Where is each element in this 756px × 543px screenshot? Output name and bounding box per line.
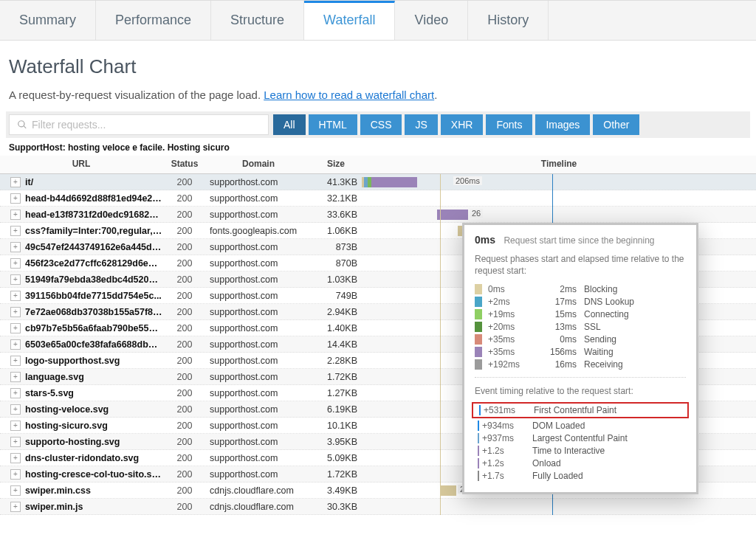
- table-row[interactable]: +it/200supporthost.com41.3KB206ms: [0, 174, 756, 190]
- cell-status: 200: [162, 372, 207, 382]
- table-row[interactable]: +head-b44d6692d88f81ed94e26f...200suppor…: [0, 190, 756, 207]
- page-subtitle: A request-by-request visualization of th…: [0, 86, 756, 111]
- cell-status: 200: [162, 469, 207, 480]
- tab-video[interactable]: Video: [395, 1, 468, 40]
- cell-url: 49c547ef2443749162e6a445d0...: [25, 242, 162, 252]
- phase-duration: 15ms: [538, 309, 577, 319]
- tooltip-separator: [475, 377, 686, 378]
- phase-duration: 0ms: [538, 334, 577, 345]
- expand-icon[interactable]: +: [10, 258, 21, 269]
- filter-images[interactable]: Images: [535, 114, 590, 135]
- tab-structure[interactable]: Structure: [211, 1, 304, 40]
- expand-icon[interactable]: +: [10, 193, 21, 204]
- filter-all[interactable]: All: [273, 114, 306, 135]
- expand-icon[interactable]: +: [10, 469, 21, 480]
- phase-row: +2ms17msDNS Lookup: [475, 297, 686, 307]
- expand-icon[interactable]: +: [10, 421, 21, 431]
- phase-name: Blocking: [584, 284, 617, 294]
- cell-size: 1.06KB: [310, 226, 362, 236]
- expand-icon[interactable]: +: [10, 404, 21, 415]
- duration-label: 26: [470, 209, 483, 218]
- filter-other[interactable]: Other: [593, 114, 639, 135]
- cell-size: 749B: [310, 291, 362, 301]
- cell-domain: supporthost.com: [207, 437, 310, 447]
- cell-url: 51949fa79ebda38edbc4d5209c...: [25, 274, 162, 285]
- table-row[interactable]: +head-e13f8731f2d0edc916822b...200suppor…: [0, 207, 756, 223]
- learn-link[interactable]: Learn how to read a waterfall chart: [264, 89, 434, 101]
- search-input-wrap[interactable]: [9, 114, 269, 135]
- phase-swatch: [475, 322, 482, 332]
- expand-icon[interactable]: +: [10, 453, 21, 463]
- cell-url: supporto-hosting.svg: [25, 437, 162, 447]
- cell-domain: supporthost.com: [207, 421, 310, 431]
- phase-offset: +2ms: [488, 297, 538, 307]
- expand-icon[interactable]: +: [10, 210, 21, 220]
- event-offset: +934ms: [482, 421, 532, 431]
- event-highlight: +531msFirst Contentful Paint: [472, 402, 689, 418]
- cell-status: 200: [162, 356, 207, 366]
- cell-size: 30.3KB: [310, 502, 362, 512]
- filter-js[interactable]: JS: [405, 114, 437, 135]
- expand-icon[interactable]: +: [10, 274, 21, 285]
- expand-icon[interactable]: +: [10, 388, 21, 398]
- cell-url: 7e72ae068db37038b155a57f8b...: [25, 307, 162, 317]
- cell-status: 200: [162, 291, 207, 301]
- cell-size: 1.40KB: [310, 323, 362, 333]
- timing-bar: [440, 485, 456, 496]
- cell-size: 41.3KB: [310, 177, 362, 187]
- cell-url: it/: [25, 177, 162, 187]
- phase-swatch: [475, 309, 482, 319]
- cell-domain: supporthost.com: [207, 404, 310, 415]
- cell-domain: supporthost.com: [207, 388, 310, 398]
- cell-url: stars-5.svg: [25, 388, 162, 398]
- filter-css[interactable]: CSS: [360, 114, 402, 135]
- tab-summary[interactable]: Summary: [0, 1, 96, 40]
- event-bar: [478, 458, 479, 468]
- tab-history[interactable]: History: [468, 1, 549, 40]
- table-row[interactable]: +swiper.min.js200cdnjs.cloudflare.com30.…: [0, 499, 756, 515]
- cell-status: 200: [162, 453, 207, 463]
- cell-domain: supporthost.com: [207, 323, 310, 333]
- tab-performance[interactable]: Performance: [96, 1, 211, 40]
- event-offset: +937ms: [482, 433, 532, 443]
- expand-icon[interactable]: +: [10, 372, 21, 382]
- filter-fonts[interactable]: Fonts: [486, 114, 532, 135]
- expand-icon[interactable]: +: [10, 323, 21, 333]
- cell-url: hosting-sicuro.svg: [25, 421, 162, 431]
- phase-row: +19ms15msConnecting: [475, 309, 686, 319]
- expand-icon[interactable]: +: [10, 291, 21, 301]
- expand-icon[interactable]: +: [10, 242, 21, 252]
- event-name: First Contentful Paint: [534, 405, 684, 415]
- cell-status: 200: [162, 258, 207, 269]
- search-input[interactable]: [32, 119, 261, 131]
- expand-icon[interactable]: +: [10, 226, 21, 236]
- expand-icon[interactable]: +: [10, 502, 21, 512]
- event-name: DOM Loaded: [532, 421, 686, 431]
- expand-icon[interactable]: +: [10, 437, 21, 447]
- cell-domain: cdnjs.cloudflare.com: [207, 485, 310, 496]
- expand-icon[interactable]: +: [10, 356, 21, 366]
- cell-url: 456f23ce2d77cffc628129d6ea6...: [25, 258, 162, 269]
- event-bar: [478, 446, 479, 456]
- cell-domain: supporthost.com: [207, 210, 310, 220]
- cell-domain: supporthost.com: [207, 372, 310, 382]
- filter-xhr[interactable]: XHR: [441, 114, 484, 135]
- phase-offset: +35ms: [488, 347, 538, 357]
- expand-icon[interactable]: +: [10, 307, 21, 317]
- header-status: Status: [162, 159, 207, 169]
- event-name: Fully Loaded: [532, 471, 686, 481]
- expand-icon[interactable]: +: [10, 339, 21, 350]
- expand-icon[interactable]: +: [10, 485, 21, 496]
- phase-swatch: [475, 297, 482, 307]
- cell-domain: supporthost.com: [207, 177, 310, 187]
- header-domain: Domain: [207, 159, 310, 169]
- event-row: +1.2sOnload: [475, 458, 686, 468]
- tab-waterfall[interactable]: Waterfall: [304, 1, 395, 41]
- cell-status: 200: [162, 307, 207, 317]
- filter-bar: AllHTMLCSSJSXHRFontsImagesOther: [6, 111, 750, 138]
- filter-html[interactable]: HTML: [309, 114, 357, 135]
- event-bar: [479, 405, 481, 415]
- expand-icon[interactable]: +: [10, 177, 21, 187]
- phase-offset: +35ms: [488, 334, 538, 345]
- phase-row: +20ms13msSSL: [475, 322, 686, 332]
